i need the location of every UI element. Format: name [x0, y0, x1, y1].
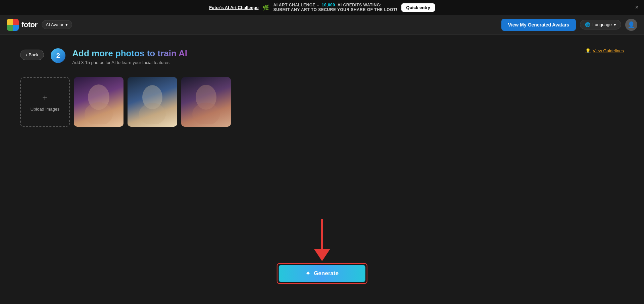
- svg-point-5: [192, 103, 220, 124]
- plus-icon: +: [42, 93, 48, 103]
- top-banner: Fotor's AI Art Challenge 🌿 AI ART CHALLE…: [0, 0, 644, 15]
- photo-card-3: [181, 77, 231, 127]
- step-number-circle: 2: [51, 48, 65, 63]
- arrow-head: [314, 249, 330, 261]
- photo-image-2: [128, 77, 177, 127]
- header-left: fotor AI Avatar ▾: [7, 19, 72, 31]
- quick-entry-button[interactable]: Quick entry: [401, 3, 435, 12]
- close-icon[interactable]: ×: [635, 4, 639, 11]
- challenge-link[interactable]: Fotor's AI Art Challenge: [209, 5, 258, 10]
- header-right: View My Generated Avatars 🌐 Language ▾ 👤: [501, 19, 637, 31]
- leaf-icon: 🌿: [262, 4, 269, 11]
- arrow-shaft: [321, 219, 323, 249]
- step-header: ‹ Back 2 Add more photos to train AI Add…: [20, 48, 624, 65]
- ai-avatar-label: AI Avatar: [46, 22, 64, 27]
- photo-image-3: [181, 77, 231, 127]
- generate-button-wrapper: ✦ Generate: [277, 263, 367, 284]
- banner-prefix: AI ART CHALLENGE –: [273, 3, 319, 7]
- step-title: Add more photos to train AI: [72, 48, 187, 59]
- photo-image-1: [74, 77, 123, 127]
- user-avatar[interactable]: 👤: [625, 19, 637, 31]
- fotor-logo[interactable]: fotor: [7, 19, 38, 31]
- generate-label: Generate: [314, 270, 339, 277]
- step-subtitle: Add 3-15 photos for AI to learn your fac…: [72, 60, 187, 65]
- arrow-annotation: [314, 219, 330, 261]
- header: fotor AI Avatar ▾ View My Generated Avat…: [0, 15, 644, 35]
- image-grid: + Upload images: [20, 77, 624, 127]
- banner-cta: SUBMIT ANY ART TO SECURE YOUR SHARE OF T…: [273, 7, 397, 12]
- logo-icon: [7, 19, 19, 31]
- view-guidelines-link[interactable]: 💡 View Guidelines: [585, 48, 624, 53]
- ai-avatar-badge[interactable]: AI Avatar ▾: [42, 20, 72, 29]
- credits-highlight: 10,000: [322, 3, 335, 7]
- svg-point-3: [139, 103, 166, 124]
- photo-card-1: [74, 77, 123, 127]
- upload-box[interactable]: + Upload images: [20, 77, 70, 127]
- back-label: Back: [29, 52, 38, 57]
- step-text: Add more photos to train AI Add 3-15 pho…: [72, 48, 187, 65]
- banner-suffix: AI CREDITS WATING:: [338, 3, 382, 7]
- language-button[interactable]: 🌐 Language ▾: [580, 20, 621, 29]
- photo-card-2: [128, 77, 177, 127]
- banner-text: AI ART CHALLENGE – 10,000 AI CREDITS WAT…: [273, 3, 397, 12]
- globe-icon: 🌐: [585, 22, 590, 27]
- generate-section: ✦ Generate: [277, 219, 367, 284]
- main-content: ‹ Back 2 Add more photos to train AI Add…: [0, 35, 644, 304]
- language-chevron-icon: ▾: [614, 22, 616, 27]
- back-button[interactable]: ‹ Back: [20, 50, 44, 60]
- upload-label: Upload images: [31, 107, 60, 112]
- view-avatars-button[interactable]: View My Generated Avatars: [501, 19, 576, 31]
- wand-icon: ✦: [305, 270, 310, 277]
- generate-button[interactable]: ✦ Generate: [279, 265, 365, 282]
- guidelines-label: View Guidelines: [593, 48, 624, 53]
- language-label: Language: [592, 22, 612, 27]
- chevron-down-icon: ▾: [65, 22, 68, 27]
- bulb-icon: 💡: [585, 48, 591, 53]
- svg-point-1: [85, 102, 113, 124]
- fotor-name: fotor: [21, 20, 38, 29]
